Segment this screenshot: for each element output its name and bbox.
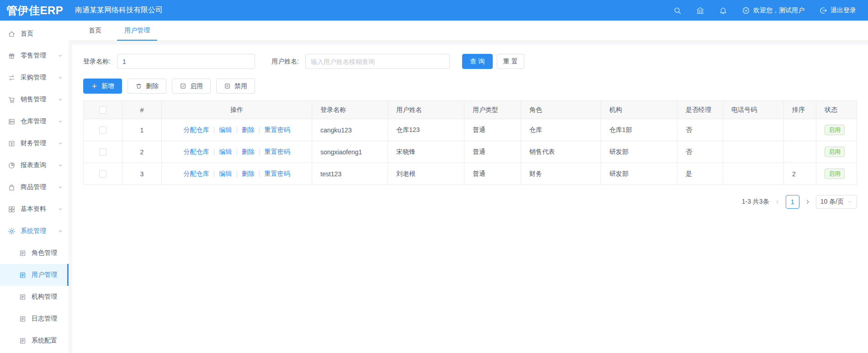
tab-home[interactable]: 首页 (80, 21, 110, 41)
sidebar-item-finance[interactable]: 财务管理 (0, 132, 69, 154)
op-separator: | (236, 148, 238, 155)
query-button[interactable]: 查 询 (462, 54, 493, 69)
assign-warehouse-link[interactable]: 分配仓库 (184, 126, 209, 133)
button-label: 禁用 (234, 82, 247, 90)
user-menu[interactable]: 欢迎您，测试用户 (742, 6, 804, 15)
op-separator: | (259, 126, 261, 133)
row-checkbox[interactable] (99, 170, 107, 178)
op-separator: | (236, 170, 238, 177)
sidebar-item-label: 用户管理 (32, 271, 57, 279)
app-logo: 管伊佳ERP (0, 3, 69, 18)
trash-icon (135, 83, 142, 90)
chevron-down-icon (58, 53, 63, 58)
cell-type: 普通 (464, 141, 521, 163)
page-size-select[interactable]: 10 条/页 (816, 195, 857, 209)
sidebar-item-label: 商品管理 (21, 183, 46, 191)
page-number-button[interactable]: 1 (786, 195, 799, 209)
table-toolbar: 新增删除启用禁用 (83, 79, 857, 94)
sidebar-item-home[interactable]: 首页 (0, 23, 69, 45)
cell-role: 销售代表 (521, 141, 601, 163)
column-header: 角色 (521, 101, 601, 119)
assign-warehouse-link[interactable]: 分配仓库 (184, 170, 209, 177)
sidebar-item-user[interactable]: 用户管理 (0, 264, 69, 286)
sidebar-item-purchase[interactable]: 采购管理 (0, 67, 69, 89)
sidebar-item-warehouse[interactable]: 仓库管理 (0, 111, 69, 132)
sidebar-item-label: 系统管理 (21, 227, 46, 235)
next-page-button[interactable] (804, 199, 811, 205)
cell-phone (723, 163, 784, 185)
table-row: 3分配仓库|编辑|删除|重置密码test123刘老根普通财务研发部是2启用 (84, 163, 857, 185)
reset-password-link[interactable]: 重置密码 (264, 148, 290, 155)
delete-link[interactable]: 删除 (242, 170, 255, 177)
cell-org: 仓库1部 (601, 119, 677, 141)
edit-link[interactable]: 编辑 (219, 148, 232, 155)
reset-password-link[interactable]: 重置密码 (264, 170, 290, 177)
doc-icon (19, 337, 27, 345)
sidebar-item-org[interactable]: 机构管理 (0, 286, 69, 308)
column-header: 登录名称 (312, 101, 388, 119)
column-header: 是否经理 (677, 101, 723, 119)
pagination: 1-3 共3条 1 10 条/页 (83, 195, 857, 209)
delete-link[interactable]: 删除 (242, 126, 255, 133)
welcome-text: 欢迎您，测试用户 (753, 6, 804, 15)
add-button[interactable]: 新增 (83, 79, 122, 94)
bank-icon[interactable] (696, 6, 704, 15)
sidebar-item-retail[interactable]: 零售管理 (0, 45, 69, 67)
select-all-checkbox[interactable] (99, 106, 107, 114)
report-icon (8, 162, 16, 169)
delete-button[interactable]: 删除 (128, 79, 166, 94)
assign-warehouse-link[interactable]: 分配仓库 (184, 148, 209, 155)
button-label: 新增 (101, 82, 114, 90)
sidebar-item-system[interactable]: 系统管理 (0, 220, 69, 242)
row-actions: 分配仓库|编辑|删除|重置密码 (162, 141, 312, 163)
edit-link[interactable]: 编辑 (219, 170, 232, 177)
status-badge[interactable]: 启用 (825, 147, 845, 158)
cell-name: 仓库123 (388, 119, 464, 141)
sidebar-item-label: 财务管理 (21, 139, 46, 148)
delete-link[interactable]: 删除 (242, 148, 255, 155)
sidebar-item-config[interactable]: 系统配置 (0, 330, 69, 352)
doc-icon (19, 249, 27, 257)
row-checkbox[interactable] (99, 148, 107, 156)
tab-user-management[interactable]: 用户管理 (116, 21, 158, 41)
prev-page-button[interactable] (774, 199, 781, 205)
op-separator: | (259, 170, 261, 177)
cell-manager: 否 (677, 119, 723, 141)
status-badge[interactable]: 启用 (825, 169, 845, 179)
reset-password-link[interactable]: 重置密码 (264, 126, 290, 133)
sidebar-item-goods[interactable]: 商品管理 (0, 176, 69, 198)
disable-button[interactable]: 禁用 (216, 79, 255, 94)
logout-icon (819, 6, 827, 15)
sidebar-item-label: 采购管理 (21, 74, 46, 82)
table-row: 1分配仓库|编辑|删除|重置密码cangku123仓库123普通仓库仓库1部否启… (84, 119, 857, 141)
user-name-input[interactable] (305, 54, 450, 69)
sidebar-item-sales[interactable]: 销售管理 (0, 89, 69, 111)
button-label: 删除 (146, 82, 159, 90)
login-name-input[interactable] (117, 54, 255, 69)
cell-manager: 是 (677, 163, 723, 185)
main-area: 首页用户管理 登录名称: 用户姓名: 查 询 重 置 新增删除启用禁用 (69, 21, 868, 353)
login-name-label: 登录名称: (83, 58, 111, 66)
search-icon[interactable] (673, 6, 682, 15)
row-checkbox[interactable] (99, 126, 107, 134)
cell-phone (723, 141, 784, 163)
goods-icon (8, 184, 16, 191)
sidebar-item-label: 销售管理 (21, 95, 46, 104)
row-actions: 分配仓库|编辑|删除|重置密码 (162, 163, 312, 185)
logout-button[interactable]: 退出登录 (819, 6, 856, 15)
page-size-value: 10 条/页 (820, 198, 844, 206)
bell-icon[interactable] (719, 6, 727, 15)
sidebar-item-report[interactable]: 报表查询 (0, 154, 69, 176)
sidebar-item-basedata[interactable]: 基本资料 (0, 198, 69, 220)
user-name-label: 用户姓名: (272, 58, 299, 66)
enable-button[interactable]: 启用 (172, 79, 211, 94)
content-panel: 登录名称: 用户姓名: 查 询 重 置 新增删除启用禁用 #操作登录名称用户姓名… (72, 45, 868, 353)
sidebar-item-log[interactable]: 日志管理 (0, 308, 69, 330)
cell-manager: 否 (677, 141, 723, 163)
reset-button[interactable]: 重 置 (497, 54, 524, 69)
status-badge[interactable]: 启用 (825, 125, 845, 136)
topbar-actions: 欢迎您，测试用户 退出登录 (673, 6, 868, 15)
sidebar-item-role[interactable]: 角色管理 (0, 242, 69, 264)
search-form: 登录名称: 用户姓名: 查 询 重 置 (83, 54, 857, 69)
edit-link[interactable]: 编辑 (219, 126, 232, 133)
